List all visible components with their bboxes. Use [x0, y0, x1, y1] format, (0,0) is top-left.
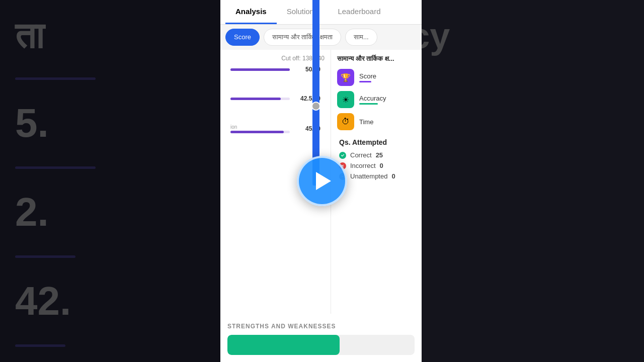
- strengths-bar: [227, 335, 415, 355]
- unattempted-count: 0: [391, 172, 395, 180]
- incorrect-label: Incorrect: [350, 162, 376, 169]
- correct-item: Correct 25: [339, 151, 414, 159]
- play-triangle-icon: [316, 172, 331, 190]
- metric-time: ⏱ Time: [337, 113, 416, 130]
- qs-attempted-section: Qs. Attempted Correct 25: [337, 138, 416, 180]
- incorrect-count: 0: [380, 162, 383, 169]
- play-button-wrapper: [297, 156, 347, 206]
- score-metric-label: Score: [359, 72, 376, 80]
- unattempted-item: Unattempted 0: [339, 172, 414, 180]
- score-metric-icon: 🏆: [337, 69, 354, 86]
- play-button[interactable]: [297, 156, 347, 206]
- section-title-hindi: सामान्य और तार्किक क्ष...: [337, 55, 416, 63]
- time-metric-label: Time: [359, 118, 373, 126]
- time-metric-icon: ⏱: [337, 113, 354, 130]
- strengths-section: STRENGTHS AND WEAKNESSES: [220, 316, 422, 362]
- incorrect-item: Incorrect 0: [339, 162, 414, 169]
- metric-score: 🏆 Score: [337, 69, 416, 86]
- accuracy-metric-icon: ☀: [337, 91, 354, 108]
- qs-title: Qs. Attempted: [339, 138, 414, 146]
- metric-accuracy: ☀ Accuracy: [337, 91, 416, 108]
- accuracy-metric-label: Accuracy: [359, 95, 386, 102]
- correct-count: 25: [376, 151, 383, 159]
- accuracy-underline: [359, 103, 378, 105]
- sub-tab-more[interactable]: साम...: [345, 29, 377, 46]
- vertical-dot: [311, 102, 320, 111]
- strengths-title: STRENGTHS AND WEAKNESSES: [227, 323, 415, 330]
- unattempted-label: Unattempted: [350, 172, 387, 180]
- tab-leaderboard[interactable]: Leaderboard: [328, 0, 390, 24]
- score-underline: [359, 81, 371, 82]
- correct-label: Correct: [350, 151, 372, 159]
